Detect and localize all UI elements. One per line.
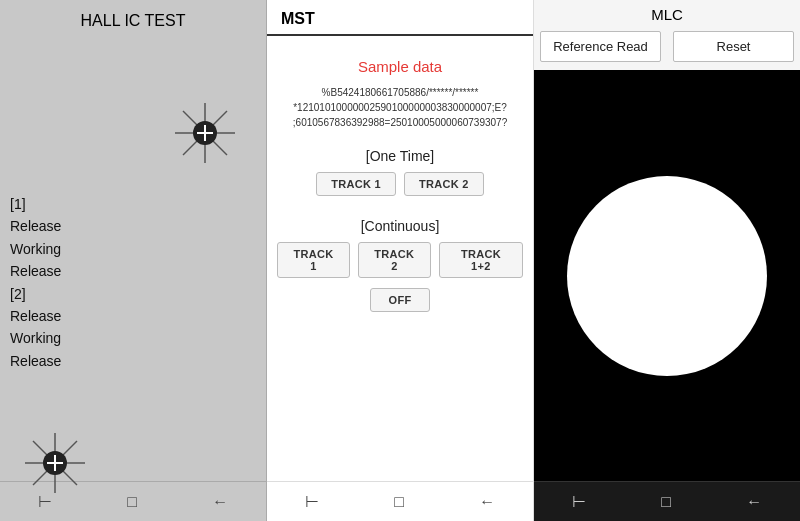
off-btn-row: OFF bbox=[277, 288, 523, 312]
nav-menu-icon2[interactable]: ⊢ bbox=[305, 492, 319, 511]
mlc-body bbox=[534, 70, 800, 481]
continuous-label: [Continuous] bbox=[277, 218, 523, 234]
status-line-4: Release bbox=[10, 260, 61, 282]
track1-one-time-button[interactable]: TRACK 1 bbox=[316, 172, 396, 196]
panel3-nav: ⊢ □ ← bbox=[534, 481, 800, 521]
panel2-title: MST bbox=[267, 0, 533, 36]
nav-home-icon2[interactable]: □ bbox=[394, 493, 404, 511]
hall-canvas: [1] Release Working Release [2] Release … bbox=[0, 38, 266, 481]
track1-continuous-button[interactable]: TRACK 1 bbox=[277, 242, 350, 278]
panel3-btn-row: Reference Read Reset bbox=[534, 31, 800, 62]
mlc-circle bbox=[567, 176, 767, 376]
status-line-7: Working bbox=[10, 327, 61, 349]
status-line-2: Release bbox=[10, 215, 61, 237]
status-line-8: Release bbox=[10, 350, 61, 372]
continuous-btn-row: TRACK 1 TRACK 2 TRACK 1+2 bbox=[277, 242, 523, 278]
track1plus2-continuous-button[interactable]: TRACK 1+2 bbox=[439, 242, 523, 278]
panel3-title: MLC bbox=[651, 6, 683, 23]
sample-data-label: Sample data bbox=[277, 58, 523, 75]
one-time-btn-row: TRACK 1 TRACK 2 bbox=[277, 172, 523, 196]
hall-ic-test-panel: HALL IC TEST bbox=[0, 0, 267, 521]
panel3-header: MLC Reference Read Reset bbox=[534, 0, 800, 70]
panel2-body: Sample data %B5424180661705886/******/**… bbox=[267, 36, 533, 481]
status-line-6: Release bbox=[10, 305, 61, 327]
mst-panel: MST Sample data %B5424180661705886/*****… bbox=[267, 0, 534, 521]
nav-home-icon3[interactable]: □ bbox=[661, 493, 671, 511]
nav-menu-icon3[interactable]: ⊢ bbox=[572, 492, 586, 511]
status-line-3: Working bbox=[10, 238, 61, 260]
sample-data-line2: *12101010000002590100000003830000007;E? bbox=[281, 100, 519, 115]
reset-button[interactable]: Reset bbox=[673, 31, 794, 62]
status-line-1: [1] bbox=[10, 193, 61, 215]
mlc-panel: MLC Reference Read Reset ⊢ □ ← bbox=[534, 0, 800, 521]
sample-data-line3: ;6010567836392988=25010005000060739307? bbox=[281, 115, 519, 130]
track2-continuous-button[interactable]: TRACK 2 bbox=[358, 242, 431, 278]
nav-back-icon3[interactable]: ← bbox=[746, 493, 762, 511]
one-time-label: [One Time] bbox=[277, 148, 523, 164]
nav-back-icon[interactable]: ← bbox=[212, 493, 228, 511]
nav-back-icon2[interactable]: ← bbox=[479, 493, 495, 511]
panel2-nav: ⊢ □ ← bbox=[267, 481, 533, 521]
nav-home-icon[interactable]: □ bbox=[127, 493, 137, 511]
sample-data-line1: %B5424180661705886/******/****** bbox=[281, 85, 519, 100]
panel1-status-text: [1] Release Working Release [2] Release … bbox=[10, 193, 61, 372]
reference-read-button[interactable]: Reference Read bbox=[540, 31, 661, 62]
compass-upper bbox=[170, 98, 240, 172]
panel1-title: HALL IC TEST bbox=[0, 0, 266, 38]
status-line-5: [2] bbox=[10, 283, 61, 305]
off-button[interactable]: OFF bbox=[370, 288, 431, 312]
compass-lower bbox=[20, 428, 90, 502]
track2-one-time-button[interactable]: TRACK 2 bbox=[404, 172, 484, 196]
